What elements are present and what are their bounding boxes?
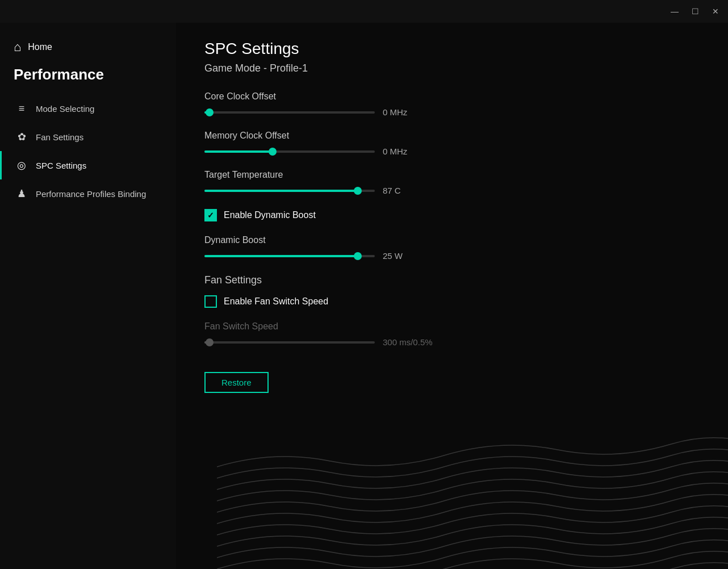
page-title: SPC Settings bbox=[204, 40, 700, 58]
core-clock-offset-thumb[interactable] bbox=[206, 108, 214, 116]
sidebar-section-title: Performance bbox=[0, 66, 176, 95]
target-temperature-thumb[interactable] bbox=[354, 187, 362, 195]
memory-clock-offset-slider-row: 0 MHz bbox=[204, 147, 700, 156]
spc-settings-icon: ◎ bbox=[15, 159, 28, 171]
dynamic-boost-group: Dynamic Boost 25 W bbox=[204, 235, 700, 261]
main-content: SPC Settings Game Mode - Profile-1 Core … bbox=[176, 23, 728, 569]
memory-clock-offset-thumb[interactable] bbox=[269, 148, 277, 156]
sidebar-item-performance-profiles-binding[interactable]: ♟ Performance Profiles Binding bbox=[0, 179, 176, 208]
sidebar-item-label-performance-profiles-binding: Performance Profiles Binding bbox=[36, 189, 146, 199]
dynamic-boost-fill bbox=[204, 255, 358, 257]
titlebar: — ☐ ✕ bbox=[0, 0, 728, 23]
performance-profiles-icon: ♟ bbox=[15, 187, 28, 200]
core-clock-offset-group: Core Clock Offset 0 MHz bbox=[204, 91, 700, 117]
target-temperature-label: Target Temperature bbox=[204, 170, 700, 180]
enable-fan-switch-speed-checkbox[interactable] bbox=[204, 295, 217, 308]
restore-button[interactable]: Restore bbox=[204, 372, 269, 393]
memory-clock-offset-fill bbox=[204, 150, 273, 153]
dynamic-boost-slider-row: 25 W bbox=[204, 251, 700, 261]
mode-selecting-icon: ≡ bbox=[15, 103, 28, 115]
target-temperature-slider-row: 87 C bbox=[204, 186, 700, 195]
core-clock-offset-label: Core Clock Offset bbox=[204, 91, 700, 102]
minimize-button[interactable]: — bbox=[669, 6, 680, 17]
fan-switch-speed-thumb[interactable] bbox=[206, 338, 214, 346]
target-temperature-value: 87 C bbox=[383, 186, 428, 195]
sidebar-item-spc-settings[interactable]: ◎ SPC Settings bbox=[0, 151, 176, 179]
target-temperature-fill bbox=[204, 190, 358, 192]
dynamic-boost-thumb[interactable] bbox=[354, 252, 362, 260]
sidebar-item-fan-settings[interactable]: ✿ Fan Settings bbox=[0, 123, 176, 151]
target-temperature-slider[interactable] bbox=[204, 190, 375, 192]
fan-switch-speed-slider-row: 300 ms/0.5% bbox=[204, 337, 700, 347]
fan-settings-header: Fan Settings bbox=[204, 274, 700, 286]
home-icon: ⌂ bbox=[14, 40, 21, 55]
sidebar-item-label-mode-selecting: Mode Selecting bbox=[36, 104, 94, 114]
core-clock-offset-slider-row: 0 MHz bbox=[204, 107, 700, 117]
close-button[interactable]: ✕ bbox=[710, 6, 721, 17]
enable-dynamic-boost-checkbox[interactable]: ✓ bbox=[204, 209, 217, 221]
core-clock-offset-slider[interactable] bbox=[204, 111, 375, 114]
memory-clock-offset-group: Memory Clock Offset 0 MHz bbox=[204, 131, 700, 156]
memory-clock-offset-slider[interactable] bbox=[204, 150, 375, 153]
core-clock-offset-value: 0 MHz bbox=[383, 107, 428, 117]
enable-dynamic-boost-row: ✓ Enable Dynamic Boost bbox=[204, 209, 700, 221]
enable-dynamic-boost-group: ✓ Enable Dynamic Boost bbox=[204, 209, 700, 221]
fan-switch-speed-slider[interactable] bbox=[204, 341, 375, 344]
maximize-button[interactable]: ☐ bbox=[689, 6, 701, 17]
fan-settings-icon: ✿ bbox=[15, 131, 28, 143]
fan-switch-speed-label: Fan Switch Speed bbox=[204, 321, 700, 332]
sidebar-item-label-spc-settings: SPC Settings bbox=[36, 161, 86, 170]
titlebar-controls: — ☐ ✕ bbox=[669, 6, 721, 17]
sidebar: ⌂ Home Performance ≡ Mode Selecting ✿ Fa… bbox=[0, 23, 176, 569]
dynamic-boost-value: 25 W bbox=[383, 251, 428, 261]
memory-clock-offset-value: 0 MHz bbox=[383, 147, 428, 156]
memory-clock-offset-label: Memory Clock Offset bbox=[204, 131, 700, 141]
app-container: ⌂ Home Performance ≡ Mode Selecting ✿ Fa… bbox=[0, 23, 728, 569]
target-temperature-group: Target Temperature 87 C bbox=[204, 170, 700, 195]
fan-switch-speed-group: Fan Switch Speed 300 ms/0.5% bbox=[204, 321, 700, 347]
page-subtitle: Game Mode - Profile-1 bbox=[204, 62, 700, 74]
sidebar-home-item[interactable]: ⌂ Home bbox=[0, 34, 176, 66]
enable-fan-switch-speed-label: Enable Fan Switch Speed bbox=[224, 296, 328, 307]
checkmark-icon: ✓ bbox=[207, 211, 214, 220]
sidebar-item-label-fan-settings: Fan Settings bbox=[36, 132, 83, 142]
dynamic-boost-slider[interactable] bbox=[204, 255, 375, 257]
enable-dynamic-boost-label: Enable Dynamic Boost bbox=[224, 210, 316, 220]
fan-switch-speed-value: 300 ms/0.5% bbox=[383, 337, 433, 347]
enable-fan-switch-speed-group: Enable Fan Switch Speed bbox=[204, 295, 700, 308]
sidebar-home-label: Home bbox=[28, 42, 52, 52]
enable-fan-switch-speed-row: Enable Fan Switch Speed bbox=[204, 295, 700, 308]
dynamic-boost-label: Dynamic Boost bbox=[204, 235, 700, 245]
sidebar-item-mode-selecting[interactable]: ≡ Mode Selecting bbox=[0, 95, 176, 123]
